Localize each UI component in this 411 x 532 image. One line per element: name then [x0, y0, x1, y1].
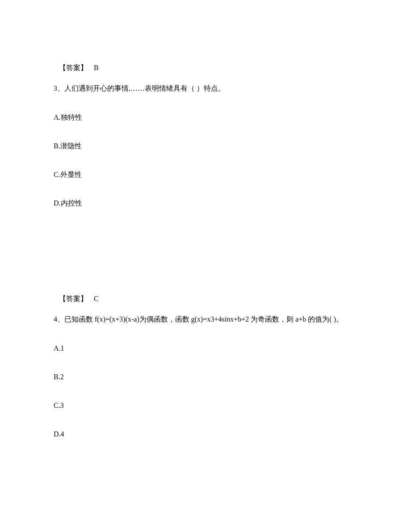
answer-line-q2: 【答案】 B [59, 63, 357, 73]
option-3-D: D.内控性 [54, 198, 357, 209]
option-4-B: B.2 [54, 372, 357, 382]
question-block-3: 【答案】 B 3、人们遇到开心的事情,……表明情绪具有（ ）特点。 A.独特性 … [54, 63, 357, 209]
question-4-text: 4、已知函数 f(x)=(x+3)(x-a)为偶函数，函数 g(x)=x3+4s… [54, 313, 357, 325]
option-3-A: A.独特性 [54, 112, 357, 123]
answer-label: 【答案】 [59, 295, 88, 302]
option-4-A: A.1 [54, 343, 357, 354]
option-3-C: C.外显性 [54, 169, 357, 180]
answer-value: B [94, 64, 99, 71]
option-3-B: B.潜隐性 [54, 141, 357, 151]
question-3-text: 3、人们遇到开心的事情,……表明情绪具有（ ）特点。 [54, 82, 357, 94]
option-4-D: D.4 [54, 429, 357, 440]
answer-value: C [94, 295, 99, 302]
answer-line-q3: 【答案】 C [59, 293, 357, 304]
option-4-C: C.3 [54, 400, 357, 411]
answer-label: 【答案】 [59, 64, 88, 71]
question-block-4: 【答案】 C 4、已知函数 f(x)=(x+3)(x-a)为偶函数，函数 g(x… [54, 293, 357, 440]
